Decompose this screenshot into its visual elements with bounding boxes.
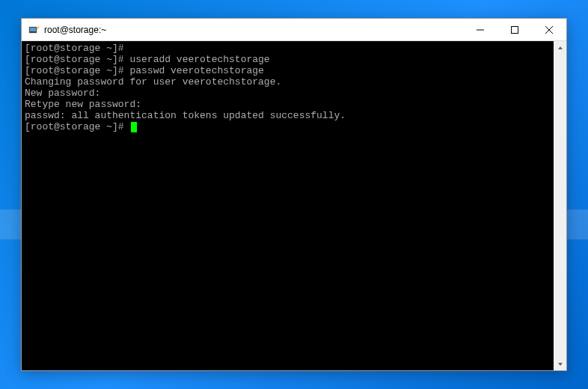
terminal-line: New password: <box>25 88 551 99</box>
terminal-line: Retype new password: <box>25 99 551 110</box>
minimize-button[interactable] <box>463 19 497 40</box>
terminal-output[interactable]: [root@storage ~]#[root@storage ~]# usera… <box>22 41 554 370</box>
terminal-window: root@storage:~ [root@storage ~]#[root@st… <box>21 18 567 371</box>
terminal-line: Changing password for user veerotechstor… <box>25 76 551 88</box>
vertical-scrollbar[interactable] <box>554 41 566 370</box>
window-titlebar[interactable]: root@storage:~ <box>22 19 566 41</box>
scroll-down-arrow-icon[interactable] <box>554 358 566 370</box>
close-button[interactable] <box>532 19 566 40</box>
terminal-line: passwd: all authentication tokens update… <box>25 110 551 121</box>
terminal-cursor <box>131 122 137 132</box>
putty-icon <box>28 24 40 36</box>
maximize-button[interactable] <box>497 19 532 40</box>
scroll-up-arrow-icon[interactable] <box>554 41 566 54</box>
terminal-line: [root@storage ~]# <box>25 121 551 132</box>
terminal-line: [root@storage ~]# <box>25 43 551 54</box>
window-title: root@storage:~ <box>44 25 463 35</box>
svg-rect-1 <box>30 28 36 31</box>
terminal-line: [root@storage ~]# useradd veerotechstora… <box>25 54 551 65</box>
terminal-content-wrap: [root@storage ~]#[root@storage ~]# usera… <box>22 41 566 370</box>
window-controls <box>463 19 566 40</box>
terminal-line: [root@storage ~]# passwd veerotechstorag… <box>25 65 551 76</box>
svg-rect-3 <box>512 26 518 33</box>
